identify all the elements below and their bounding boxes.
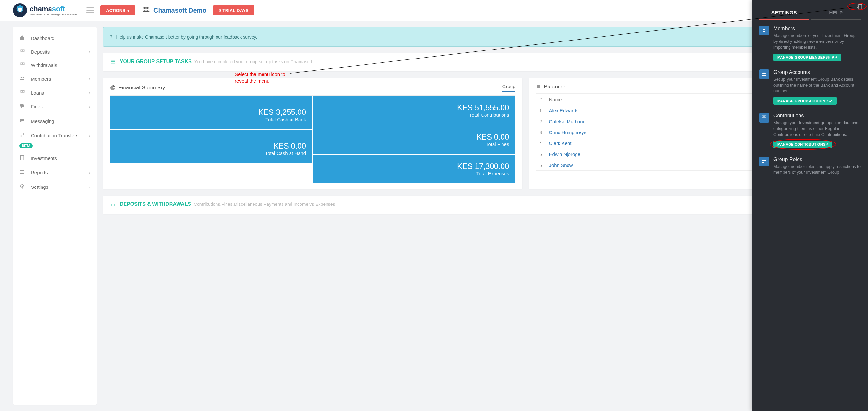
section-title: Members: [773, 26, 861, 32]
settings-drawer: SETTINGS HELP Members Manage members of …: [752, 0, 868, 411]
drawer-tab-settings[interactable]: SETTINGS: [759, 6, 809, 20]
sidebar-item-dashboard[interactable]: Dashboard: [13, 31, 96, 45]
svg-point-11: [21, 77, 22, 78]
chevron-left-icon: ‹: [89, 133, 90, 138]
trial-days-button[interactable]: 9 TRIAL DAYS: [213, 5, 254, 15]
svg-rect-33: [762, 116, 766, 118]
section-desc: Manage member roles and apply restrictio…: [773, 164, 861, 175]
bar-chart-icon: [110, 203, 117, 208]
thumb-down-icon: [19, 103, 27, 110]
section-desc: Manage members of your Investment Group …: [773, 33, 861, 51]
list-icon: [19, 169, 27, 176]
expenses-value: KES 17,300.00: [319, 162, 509, 171]
sidebar-item-withdrawals[interactable]: Withdrawals ‹: [13, 59, 96, 72]
cash-hand-value: KES 0.00: [117, 141, 306, 151]
share-icon: ↗: [826, 143, 829, 147]
row-number: 4: [536, 138, 546, 149]
chevron-left-icon: ‹: [89, 156, 90, 160]
contributions-value: KES 51,555.00: [319, 103, 509, 112]
section-title: Group Roles: [773, 157, 861, 162]
question-icon: ?: [110, 34, 113, 39]
actions-button[interactable]: ACTIONS ▾: [100, 5, 135, 15]
cash-icon: [19, 62, 27, 68]
sidebar-item-reports[interactable]: Reports ‹: [13, 165, 96, 180]
logo-text: chamasoft: [30, 5, 65, 13]
list-icon: [110, 60, 117, 66]
financial-summary-card: Financial Summary Group KES 3,255.00 Tot…: [103, 78, 523, 189]
svg-point-1: [146, 7, 149, 9]
svg-rect-20: [20, 173, 24, 174]
svg-point-35: [763, 159, 764, 161]
sidebar-item-deposits[interactable]: Deposits ‹: [13, 45, 96, 59]
chevron-left-icon: ‹: [89, 170, 90, 175]
hamburger-icon[interactable]: [86, 7, 94, 13]
chevron-left-icon: ‹: [89, 185, 90, 189]
transfer-icon: [19, 132, 27, 139]
sidebar-item-investments[interactable]: Investments ‹: [13, 151, 96, 165]
sidebar-item-label: Members: [31, 76, 51, 82]
cash-bank-label: Total Cash at Bank: [117, 117, 306, 122]
svg-rect-24: [111, 63, 115, 64]
sidebar-item-label: Dashboard: [31, 35, 54, 41]
sidebar-item-loans[interactable]: Loans ‹: [13, 86, 96, 99]
main-content: ? Help us make Chamasoft better by going…: [103, 27, 855, 405]
section-icon: [759, 26, 769, 35]
users-icon: [19, 75, 27, 82]
svg-point-21: [22, 186, 23, 188]
sidebar: Dashboard Deposits ‹ Withdrawals ‹ Membe…: [13, 27, 96, 405]
contributions-label: Total Contributions: [319, 112, 509, 118]
sidebar-item-settings[interactable]: Settings ‹: [13, 180, 96, 194]
sidebar-item-contribution-transfers[interactable]: Contribution Transfers ‹: [13, 128, 96, 143]
group-name[interactable]: Chamasoft Demo: [153, 7, 206, 14]
svg-rect-23: [111, 61, 115, 62]
manage group accounts-button[interactable]: MANAGE GROUP ACCOUNTS ↗: [773, 97, 837, 104]
drawer-tab-help[interactable]: HELP: [811, 6, 861, 20]
chevron-left-icon: ‹: [89, 104, 90, 109]
sidebar-item-members[interactable]: Members ‹: [13, 72, 96, 86]
sidebar-item-label: Deposits: [31, 49, 50, 55]
manage group membership-button[interactable]: MANAGE GROUP MEMBERSHIP ↗: [773, 54, 841, 61]
section-icon: [759, 69, 769, 79]
section-icon: [759, 113, 769, 123]
svg-rect-9: [21, 63, 25, 65]
drawer-menu-icon[interactable]: [856, 3, 863, 11]
chevron-left-icon: ‹: [89, 91, 90, 95]
sidebar-item-label: Reports: [31, 170, 48, 175]
cash-bank-value: KES 3,255.00: [117, 108, 306, 117]
chevron-left-icon: ‹: [89, 77, 90, 82]
share-icon: ↗: [830, 99, 833, 103]
sidebar-item-label: Investments: [31, 155, 57, 161]
svg-rect-27: [537, 88, 539, 88]
summary-tab-group[interactable]: Group: [502, 84, 516, 92]
svg-rect-15: [21, 155, 24, 160]
sidebar-item-fines[interactable]: Fines ‹: [13, 99, 96, 114]
svg-rect-7: [21, 50, 25, 52]
section-desc: Manage your Investment groups contributi…: [773, 120, 861, 138]
setup-tasks-title: YOUR GROUP SETUP TASKS: [120, 59, 192, 64]
svg-point-0: [144, 7, 146, 9]
survey-banner: ? Help us make Chamasoft better by going…: [103, 27, 855, 46]
survey-text: Help us make Chamasoft better by going t…: [117, 34, 257, 39]
section-title: Contributions: [773, 113, 861, 119]
chat-icon: [19, 118, 27, 124]
sidebar-item-label: Loans: [31, 90, 44, 96]
gear-icon: [19, 184, 27, 190]
sidebar-item-label: Fines: [31, 104, 43, 109]
section-desc: Set up your Investment Group Bank detail…: [773, 76, 861, 94]
list-icon: [536, 84, 541, 90]
expenses-label: Total Expenses: [319, 171, 509, 176]
fines-label: Total Fines: [319, 141, 509, 147]
sidebar-item-label: Messaging: [31, 118, 54, 124]
tile-cash-hand: KES 0.00 Total Cash at Hand: [110, 130, 312, 163]
deposits-withdrawals-card: DEPOSITS & WITHDRAWALS Contributions,Fin…: [103, 195, 855, 214]
logo[interactable]: chamasoft Investment Group Management So…: [13, 3, 76, 18]
manage contributions-button[interactable]: MANAGE CONTRIBUTIONS ↗: [773, 141, 832, 148]
svg-rect-25: [537, 85, 539, 85]
row-number: 1: [536, 105, 546, 116]
cash-icon: [19, 49, 27, 55]
dw-title: DEPOSITS & WITHDRAWALS: [120, 201, 191, 207]
svg-rect-13: [21, 90, 25, 92]
sidebar-item-messaging[interactable]: Messaging ‹: [13, 114, 96, 128]
tile-cash-bank: KES 3,255.00 Total Cash at Bank: [110, 96, 312, 129]
drawer-section-members: Members Manage members of your Investmen…: [759, 26, 861, 61]
